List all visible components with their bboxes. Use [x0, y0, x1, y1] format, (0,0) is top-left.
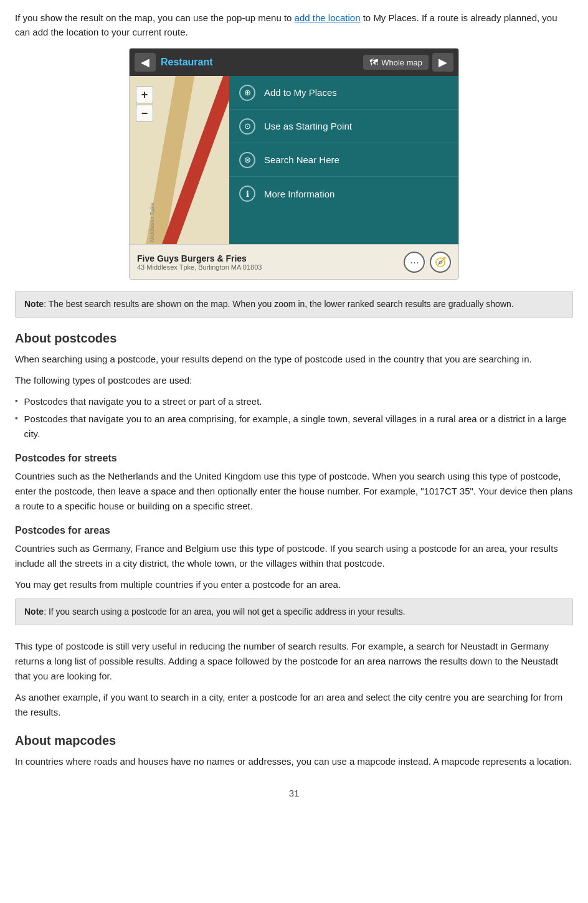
map-navbar: ◀ Restaurant 🗺 Whole map ▶	[130, 49, 458, 76]
note1-label: Note	[24, 299, 44, 309]
add-location-link[interactable]: add the location	[295, 12, 361, 23]
menu-item-search-near-here[interactable]: ⊗ Search Near Here	[229, 143, 458, 177]
intro-paragraph: If you show the result on the map, you c…	[15, 11, 573, 39]
map-visual: + − Middlesex Tpke	[130, 76, 229, 244]
add-to-my-places-icon: ⊕	[239, 85, 255, 101]
page-number: 31	[15, 788, 573, 798]
postcodes-areas-heading: Postcodes for areas	[15, 525, 573, 536]
postcodes-intro1: When searching using a postcode, your re…	[15, 352, 573, 367]
postcodes-streets-body: Countries such as the Netherlands and th…	[15, 469, 573, 514]
note2-text: : If you search using a postcode for an …	[44, 607, 405, 617]
nav-forward-button[interactable]: ▶	[432, 53, 453, 72]
nav-back-button[interactable]: ◀	[135, 53, 156, 72]
postcodes-streets-heading: Postcodes for streets	[15, 453, 573, 464]
zoom-out-button[interactable]: −	[136, 105, 153, 122]
use-as-starting-point-label: Use as Starting Point	[264, 121, 352, 131]
map-zoom-controls: + −	[136, 86, 153, 123]
more-information-label: More Information	[264, 189, 334, 199]
note2-label: Note	[24, 607, 44, 617]
note-box-2: Note: If you search using a postcode for…	[15, 598, 573, 625]
search-near-here-label: Search Near Here	[264, 154, 339, 165]
postcodes-areas-body3: This type of postcode is still very usef…	[15, 639, 573, 684]
list-item: Postcodes that navigate you to a street …	[15, 394, 573, 409]
postcodes-intro2: The following types of postcodes are use…	[15, 373, 573, 388]
postcodes-areas-body4: As another example, if you want to searc…	[15, 690, 573, 720]
note-box-1: Note: The best search results are shown …	[15, 291, 573, 318]
search-near-here-icon: ⊗	[239, 152, 255, 168]
back-icon: ◀	[141, 55, 149, 69]
whole-map-icon: 🗺	[369, 57, 378, 67]
postcodes-areas-body1: Countries such as Germany, France and Be…	[15, 541, 573, 571]
intro-text-before: If you show the result on the map, you c…	[15, 12, 295, 23]
note1-text: : The best search results are shown on t…	[44, 299, 514, 309]
place-info: Five Guys Burgers & Fries 43 Middlesex T…	[137, 253, 404, 271]
place-options-button[interactable]: ⋯	[404, 252, 425, 273]
place-navigate-button[interactable]: 🧭	[430, 252, 451, 273]
map-bottom-bar: Five Guys Burgers & Fries 43 Middlesex T…	[130, 244, 458, 279]
mapcodes-body: In countries where roads and houses have…	[15, 754, 573, 769]
list-item: Postcodes that navigate you to an area c…	[15, 412, 573, 442]
map-screenshot: ◀ Restaurant 🗺 Whole map ▶ + − Middlesex…	[129, 48, 459, 280]
postcodes-areas-body2: You may get results from multiple countr…	[15, 577, 573, 592]
use-as-starting-point-icon: ⊙	[239, 118, 255, 135]
place-address: 43 Middlesex Tpke, Burlington MA 01803	[137, 263, 404, 271]
section-postcodes-heading: About postcodes	[15, 331, 573, 346]
menu-item-use-as-starting-point[interactable]: ⊙ Use as Starting Point	[229, 110, 458, 143]
add-to-my-places-label: Add to My Places	[264, 87, 337, 98]
more-information-icon: ℹ	[239, 186, 255, 202]
place-name: Five Guys Burgers & Fries	[137, 253, 404, 263]
map-body: + − Middlesex Tpke ⊕ Add to My Places ⊙ …	[130, 76, 458, 244]
section-mapcodes-heading: About mapcodes	[15, 734, 573, 748]
map-popup-menu: ⊕ Add to My Places ⊙ Use as Starting Poi…	[229, 76, 458, 244]
place-action-icons: ⋯ 🧭	[404, 252, 451, 273]
forward-icon: ▶	[439, 56, 447, 69]
whole-map-label: Whole map	[381, 58, 422, 67]
menu-item-more-information[interactable]: ℹ More Information	[229, 177, 458, 210]
nav-whole-map-button[interactable]: 🗺 Whole map	[363, 55, 429, 70]
map-label-overlay: Middlesex Tpke	[149, 203, 155, 242]
zoom-in-button[interactable]: +	[136, 86, 153, 103]
nav-title: Restaurant	[161, 57, 363, 68]
postcodes-bullet-list: Postcodes that navigate you to a street …	[15, 394, 573, 442]
menu-item-add-to-my-places[interactable]: ⊕ Add to My Places	[229, 76, 458, 110]
